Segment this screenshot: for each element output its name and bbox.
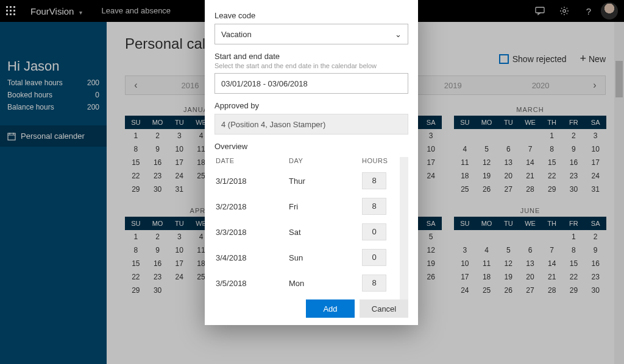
ov-day: Sat — [289, 228, 362, 237]
dates-label: Start and end date — [214, 52, 408, 61]
ov-hours-input[interactable]: 0 — [362, 223, 386, 240]
overview-row: 3/1/2018Thur8 — [214, 168, 400, 194]
col-hours: HOURS — [362, 157, 399, 164]
overview-scrollbar[interactable] — [401, 162, 408, 265]
ov-hours-input[interactable]: 8 — [362, 198, 386, 215]
overview-row: 3/2/2018Fri8 — [214, 194, 400, 219]
approved-by-value: 4 (Position 4, Jason Stamper) — [221, 120, 325, 129]
add-button[interactable]: Add — [306, 299, 355, 318]
col-date: DATE — [216, 157, 289, 164]
leave-code-value: Vacation — [221, 30, 252, 39]
overview-table: DATE DAY HOURS 3/1/2018Thur83/2/2018Fri8… — [214, 157, 408, 299]
approved-by-field: 4 (Position 4, Jason Stamper) — [214, 114, 408, 135]
leave-code-label: Leave code — [214, 11, 408, 20]
ov-hours-input[interactable]: 8 — [362, 172, 386, 189]
col-day: DAY — [289, 157, 362, 164]
ov-date: 3/5/2018 — [216, 279, 289, 288]
ov-date: 3/2/2018 — [216, 202, 289, 211]
ov-day: Sun — [289, 253, 362, 262]
cancel-button[interactable]: Cancel — [360, 299, 408, 318]
ov-hours-input[interactable]: 0 — [362, 249, 386, 266]
ov-date: 3/1/2018 — [216, 177, 289, 186]
overview-label: Overview — [214, 142, 408, 151]
leave-code-select[interactable]: Vacation ⌄ — [214, 24, 408, 44]
ov-hours-input[interactable]: 8 — [362, 275, 386, 292]
date-range-value: 03/01/2018 - 03/06/2018 — [221, 79, 308, 88]
date-range-input[interactable]: 03/01/2018 - 03/06/2018 — [214, 73, 408, 94]
ov-day: Mon — [289, 279, 362, 288]
ov-date: 3/3/2018 — [216, 228, 289, 237]
dates-sublabel: Select the start and the end date in the… — [214, 62, 408, 69]
ov-day: Thur — [289, 177, 362, 186]
overview-row: 3/5/2018Mon8 — [214, 270, 400, 296]
ov-date: 3/4/2018 — [216, 253, 289, 262]
ov-day: Fri — [289, 202, 362, 211]
approved-by-label: Approved by — [214, 101, 408, 110]
overview-row: 3/3/2018Sat0 — [214, 219, 400, 245]
chevron-down-icon: ⌄ — [395, 30, 402, 39]
leave-request-modal: Leave code Vacation ⌄ Start and end date… — [205, 0, 418, 325]
overview-row: 3/4/2018Sun0 — [214, 245, 400, 270]
